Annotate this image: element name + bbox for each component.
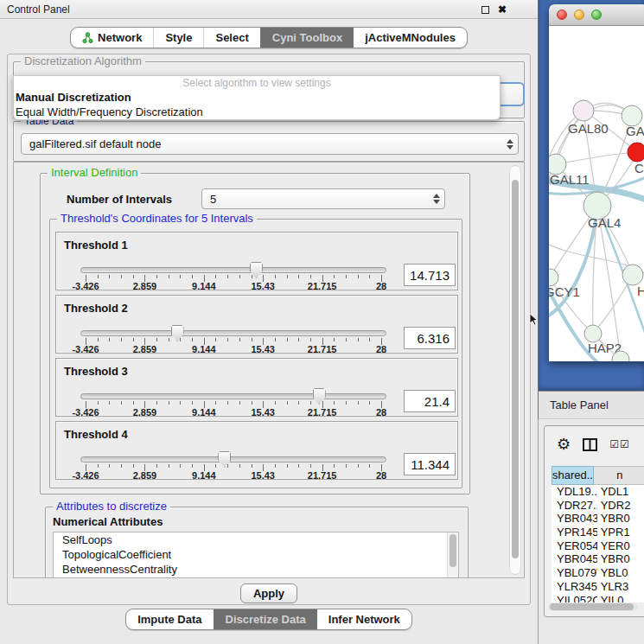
tick-label: 28 xyxy=(376,281,386,291)
node-label: GA xyxy=(626,124,644,138)
table-row[interactable]: YBR045CYBR0 xyxy=(552,552,644,566)
tick-label: 9.144 xyxy=(192,470,216,481)
table-row[interactable]: YPR145WYPR1 xyxy=(552,526,644,539)
table-data-combobox[interactable]: galFiltered.sif default node xyxy=(21,133,519,155)
minimize-traffic-light[interactable] xyxy=(574,10,584,20)
top-tab-bar: NetworkStyleSelectCyni ToolboxjActiveMNo… xyxy=(70,27,468,48)
network-window-titlebar xyxy=(549,4,644,26)
tab-network[interactable]: Network xyxy=(71,28,153,48)
tab-select[interactable]: Select xyxy=(203,28,259,48)
tab-jactivemnodules[interactable]: jActiveMNodules xyxy=(354,28,467,48)
attributes-group: Attributes to discretize Numerical Attri… xyxy=(45,507,469,578)
algorithm-prompt-option[interactable]: Select algorithm to view settings xyxy=(14,77,500,90)
slider-track[interactable] xyxy=(80,393,386,399)
algorithm-option[interactable]: Manual Discretization xyxy=(14,90,500,105)
attribute-item[interactable]: SelfLoops xyxy=(54,532,458,547)
table-data-value: galFiltered.sif default node xyxy=(22,137,504,150)
tab-style[interactable]: Style xyxy=(153,28,203,48)
threshold-row: Threshold 3-3.4262.8599.14415.4321.71528… xyxy=(55,358,458,417)
tick-label: -3.426 xyxy=(72,281,99,291)
tick-label: 9.144 xyxy=(192,344,216,354)
threshold-slider[interactable]: -3.4262.8599.14415.4321.71528 xyxy=(80,262,386,290)
mouse-cursor xyxy=(529,313,539,326)
split-columns-icon[interactable] xyxy=(583,438,597,451)
table-row[interactable]: YLR345WYLR3 xyxy=(552,580,644,594)
threshold-slider[interactable]: -3.4262.8599.14415.4321.71528 xyxy=(80,325,386,353)
threshold-value-field[interactable]: 21.4 xyxy=(404,390,456,412)
tab-label: Impute Data xyxy=(137,613,201,626)
table-row[interactable]: YDR27...YDR2 xyxy=(552,499,644,513)
network-node-c[interactable] xyxy=(628,143,644,162)
threshold-value-field[interactable]: 14.713 xyxy=(404,264,456,286)
tick-label: 15.43 xyxy=(251,470,275,481)
select-columns-icon[interactable]: ☑☑ xyxy=(609,438,630,450)
table-cell: YBR0 xyxy=(597,512,644,526)
bottom-tab-bar: Impute DataDiscretize DataInfer Network xyxy=(125,609,412,630)
attribute-item[interactable]: TopologicalCoefficient xyxy=(54,547,458,562)
algorithm-option[interactable]: Equal Width/Frequency Discretization xyxy=(14,105,500,119)
tab-cyni-toolbox[interactable]: Cyni Toolbox xyxy=(260,28,354,48)
table-row[interactable]: YDL19...YDL1 xyxy=(552,485,644,499)
network-edge[interactable] xyxy=(556,152,637,164)
tick-label: 21.715 xyxy=(308,470,337,481)
tab-impute-data[interactable]: Impute Data xyxy=(126,609,213,629)
tab-discretize-data[interactable]: Discretize Data xyxy=(214,609,317,629)
close-traffic-light[interactable] xyxy=(557,10,567,20)
network-node-h[interactable] xyxy=(622,265,643,285)
close-icon[interactable]: ✖ xyxy=(498,4,507,15)
threshold-slider[interactable]: -3.4262.8599.14415.4321.71528 xyxy=(80,451,386,479)
table-cell: YDL19... xyxy=(552,485,597,499)
table-panel: ⚙ ☑☑ shared...n YDL19...YDL1YDR27...YDR2… xyxy=(538,419,644,644)
column-header[interactable]: shared... xyxy=(552,466,594,485)
threshold-slider[interactable]: -3.4262.8599.14415.4321.71528 xyxy=(80,388,386,416)
panel-scrollbar[interactable] xyxy=(509,165,521,575)
tick-label: 15.43 xyxy=(251,281,275,291)
table-row[interactable]: YER054CYER0 xyxy=(552,539,644,553)
network-node-hap2[interactable] xyxy=(584,325,602,342)
table-row[interactable]: YBR043CYBR0 xyxy=(552,512,644,526)
gear-icon[interactable]: ⚙ xyxy=(557,437,571,452)
tick-label: 2.859 xyxy=(133,407,157,418)
node-label: GAL80 xyxy=(568,121,609,136)
table-data-group: Table Data galFiltered.sif default node xyxy=(13,121,525,162)
table-cell: YBR0 xyxy=(597,552,644,566)
threshold-value-field[interactable]: 6.316 xyxy=(404,327,456,349)
float-window-icon[interactable] xyxy=(481,6,489,14)
slider-track[interactable] xyxy=(80,330,386,336)
table-horizontal-scrollbar[interactable] xyxy=(548,603,638,611)
tab-label: Discretize Data xyxy=(226,613,306,626)
tab-infer-network[interactable]: Infer Network xyxy=(317,609,411,629)
tick-label: 28 xyxy=(376,344,386,354)
number-of-intervals-combobox[interactable]: 5 xyxy=(201,188,445,209)
slider-track[interactable] xyxy=(80,456,386,462)
settings-scroll-panel: Interval Definition Number of Intervals … xyxy=(13,162,525,578)
numerical-attributes-label: Numerical Attributes xyxy=(53,515,163,528)
column-header[interactable]: n xyxy=(594,466,644,485)
apply-button[interactable]: Apply xyxy=(240,583,297,603)
numerical-attributes-list[interactable]: SelfLoopsTopologicalCoefficientBetweenne… xyxy=(53,532,459,578)
table-cell: YER054C xyxy=(552,539,597,553)
attribute-item[interactable]: BetweennessCentrality xyxy=(54,562,458,577)
network-node-gcy1[interactable] xyxy=(549,269,558,286)
attributes-group-title: Attributes to discretize xyxy=(53,501,170,513)
network-canvas[interactable]: GAL80GACGAL11GAL4GCY1HHAP2 xyxy=(549,26,644,361)
threshold-label: Threshold 4 xyxy=(64,428,128,441)
node-table[interactable]: shared...n YDL19...YDL1YDR27...YDR2YBR04… xyxy=(552,466,644,603)
network-view-window: GAL80GACGAL11GAL4GCY1HHAP2 xyxy=(549,4,644,361)
tab-label: Infer Network xyxy=(328,613,400,626)
threshold-row: Threshold 1-3.4262.8599.14415.4321.71528… xyxy=(55,232,458,290)
table-cell: YLR3 xyxy=(597,580,644,594)
zoom-traffic-light[interactable] xyxy=(591,10,602,20)
tick-label: -3.426 xyxy=(72,407,99,418)
threshold-value-field[interactable]: 11.344 xyxy=(404,453,456,475)
attributes-scrollbar[interactable] xyxy=(447,532,458,578)
table-cell: YDR2 xyxy=(597,499,644,513)
table-row[interactable]: YBL079WYBL0 xyxy=(552,566,644,580)
table-cell: YLR345W xyxy=(552,580,597,594)
table-row[interactable]: YIL052CYIL0 xyxy=(552,594,644,603)
tab-label: Cyni Toolbox xyxy=(272,31,342,44)
network-node-gal80[interactable] xyxy=(573,100,594,121)
slider-track[interactable] xyxy=(80,267,386,273)
table-cell: YBL079W xyxy=(552,566,597,580)
tick-label: 28 xyxy=(376,470,386,481)
